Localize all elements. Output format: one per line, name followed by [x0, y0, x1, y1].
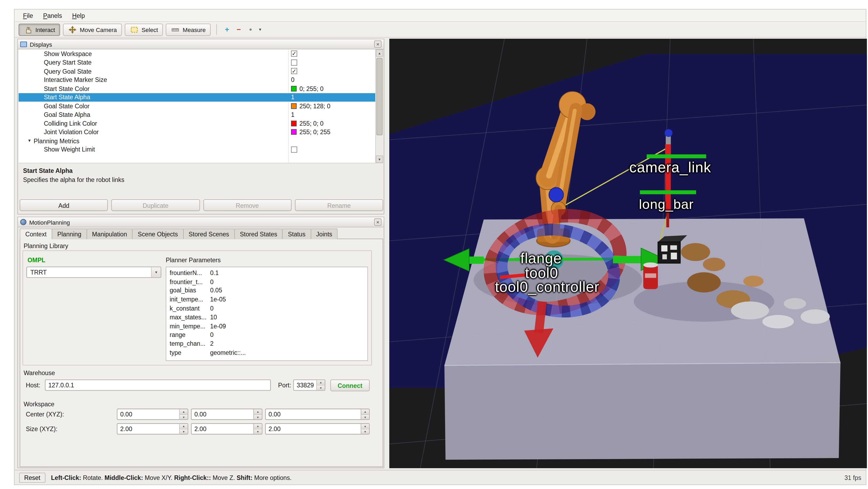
- reset-button[interactable]: Reset: [19, 472, 45, 483]
- checkbox[interactable]: [291, 60, 297, 66]
- color-swatch[interactable]: [291, 103, 297, 109]
- warehouse-label: Warehouse: [24, 369, 55, 376]
- connect-button[interactable]: Connect: [330, 379, 370, 391]
- spin-arrows[interactable]: ▲▼: [253, 424, 262, 434]
- center-y-spinbox[interactable]: 0.00 ▲▼: [191, 409, 262, 420]
- spin-arrows[interactable]: ▲▼: [253, 409, 262, 419]
- add-button[interactable]: Add: [20, 199, 108, 211]
- remove-button[interactable]: Remove: [203, 199, 291, 211]
- property-row-planning-metrics[interactable]: ▼Planning Metrics: [19, 136, 376, 145]
- tab-planning[interactable]: Planning: [52, 228, 87, 239]
- select-tool-button[interactable]: Select: [125, 23, 163, 35]
- chevron-down-icon[interactable]: ▼: [151, 267, 161, 278]
- color-swatch[interactable]: [291, 86, 297, 91]
- parameter-value[interactable]: 1e-09: [210, 323, 367, 329]
- planner-parameter-row[interactable]: frountierN...0.1: [166, 268, 367, 277]
- menu-help[interactable]: Help: [67, 10, 90, 21]
- property-row-query-start-state[interactable]: Query Start State: [19, 58, 376, 67]
- parameter-value[interactable]: 0: [210, 278, 367, 285]
- size-y-spinbox[interactable]: 2.00 ▲▼: [191, 423, 262, 434]
- property-row-start-state-alpha[interactable]: Start State Alpha1: [19, 93, 376, 102]
- close-icon[interactable]: ×: [374, 219, 381, 226]
- checkbox[interactable]: ✓: [291, 51, 297, 57]
- zoom-out-icon[interactable]: −: [235, 25, 244, 34]
- planner-parameter-row[interactable]: max_states...10: [166, 313, 367, 322]
- property-value[interactable]: 1: [291, 94, 294, 101]
- toolbar-overflow-arrow-icon[interactable]: ▾: [259, 27, 261, 32]
- 3d-viewport[interactable]: camera_link long_bar flange tool0 tool0_…: [389, 39, 867, 468]
- motion-planning-titlebar[interactable]: MotionPlanning ×: [18, 217, 384, 227]
- scroll-down-icon[interactable]: ▼: [376, 156, 383, 163]
- parameter-value[interactable]: 0.05: [210, 287, 367, 294]
- spin-up-icon: ▲: [253, 424, 262, 429]
- property-row-show-weight-limit[interactable]: Show Weight Limit: [19, 145, 376, 154]
- tab-stored-states[interactable]: Stored States: [234, 228, 283, 239]
- rename-button[interactable]: Rename: [295, 199, 383, 211]
- center-z-spinbox[interactable]: 0.00 ▲▼: [265, 409, 370, 420]
- parameter-value[interactable]: geometric::...: [210, 349, 367, 356]
- displays-panel-titlebar[interactable]: Displays ×: [18, 39, 384, 50]
- parameter-value[interactable]: 0: [210, 305, 367, 312]
- tool-label: Interact: [35, 26, 55, 33]
- marker-sphere[interactable]: [549, 188, 564, 202]
- property-value[interactable]: 0: [291, 76, 294, 83]
- parameter-value[interactable]: 0.1: [210, 269, 367, 276]
- measure-tool-button[interactable]: Measure: [166, 23, 211, 35]
- planner-parameter-row[interactable]: typegeometric::...: [166, 348, 367, 357]
- tab-joints[interactable]: Joints: [311, 228, 338, 239]
- property-label: Query Start State: [44, 59, 92, 66]
- spin-arrows[interactable]: ▲▼: [179, 424, 188, 434]
- planner-select[interactable]: TRRT ▼: [26, 266, 161, 278]
- parameter-value[interactable]: 0: [210, 331, 367, 338]
- property-row-query-goal-state[interactable]: Query Goal State✓: [19, 67, 376, 75]
- parameter-value[interactable]: 10: [210, 314, 367, 320]
- spin-arrows[interactable]: ▲▼: [179, 409, 188, 419]
- center-x-spinbox[interactable]: 0.00 ▲▼: [117, 409, 188, 420]
- property-row-joint-violation-color[interactable]: Joint Violation Color255; 0; 255: [19, 128, 376, 137]
- host-input[interactable]: [45, 379, 271, 391]
- parameter-value[interactable]: 1e-05: [210, 296, 367, 303]
- size-x-spinbox[interactable]: 2.00 ▲▼: [117, 423, 188, 434]
- focus-camera-icon[interactable]: +: [222, 25, 231, 34]
- camera-icon[interactable]: ●: [246, 25, 255, 34]
- planner-parameter-row[interactable]: goal_bias0.05: [166, 286, 367, 295]
- tab-status[interactable]: Status: [282, 228, 311, 239]
- duplicate-button[interactable]: Duplicate: [111, 199, 200, 211]
- property-row-show-workspace[interactable]: Show Workspace✓: [19, 50, 376, 58]
- parameter-value[interactable]: 2: [210, 340, 367, 347]
- expand-triangle-icon[interactable]: ▼: [28, 139, 31, 143]
- checkbox[interactable]: [291, 146, 297, 153]
- planner-parameter-row[interactable]: min_tempe...1e-09: [166, 322, 367, 330]
- planner-parameter-row[interactable]: k_constant0: [166, 304, 367, 313]
- planner-parameter-row[interactable]: range0: [166, 330, 367, 339]
- property-row-goal-state-color[interactable]: Goal State Color250; 128; 0: [19, 102, 376, 110]
- spin-arrows[interactable]: ▲▼: [361, 409, 369, 419]
- scrollbar-thumb[interactable]: [376, 58, 382, 135]
- tab-context[interactable]: Context: [20, 228, 52, 239]
- interact-tool-button[interactable]: Interact: [19, 23, 60, 35]
- tab-manipulation[interactable]: Manipulation: [87, 228, 133, 239]
- planner-parameter-row[interactable]: init_tempe...1e-05: [166, 295, 367, 304]
- spin-arrows[interactable]: ▲▼: [316, 380, 325, 390]
- spin-arrows[interactable]: ▲▼: [361, 424, 369, 434]
- property-row-colliding-link-color[interactable]: Colliding Link Color255; 0; 0: [19, 119, 376, 128]
- planner-parameter-row[interactable]: frountier_t...0: [166, 277, 367, 286]
- planner-parameter-row[interactable]: temp_chan...2: [166, 339, 367, 348]
- size-z-spinbox[interactable]: 2.00 ▲▼: [265, 423, 370, 434]
- tab-scene-objects[interactable]: Scene Objects: [132, 228, 184, 239]
- move-camera-tool-button[interactable]: Move Camera: [63, 23, 122, 35]
- port-spinbox[interactable]: 33829 ▲▼: [293, 379, 325, 391]
- color-swatch[interactable]: [291, 121, 297, 126]
- checkbox[interactable]: ✓: [291, 68, 297, 74]
- property-row-interactive-marker-size[interactable]: Interactive Marker Size0: [19, 75, 376, 84]
- tree-scrollbar[interactable]: ▲ ▼: [375, 50, 383, 163]
- property-value[interactable]: 1: [291, 111, 294, 118]
- tab-stored-scenes[interactable]: Stored Scenes: [183, 228, 235, 239]
- menu-panels[interactable]: Panels: [38, 10, 67, 21]
- color-swatch[interactable]: [291, 129, 297, 135]
- menu-file[interactable]: File: [18, 10, 38, 21]
- close-icon[interactable]: ×: [374, 40, 381, 48]
- property-row-start-state-color[interactable]: Start State Color0; 255; 0: [19, 84, 376, 93]
- scroll-up-icon[interactable]: ▲: [376, 50, 383, 57]
- property-row-goal-state-alpha[interactable]: Goal State Alpha1: [19, 110, 376, 119]
